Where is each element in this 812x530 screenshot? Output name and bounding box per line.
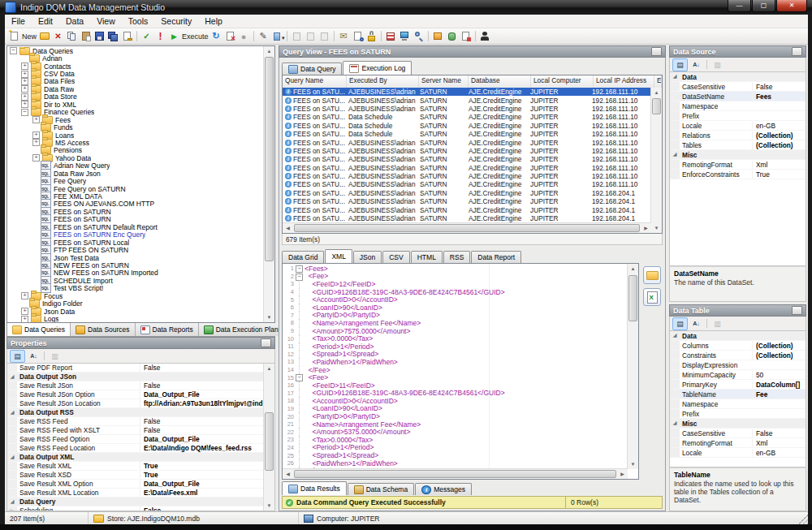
fold-gutter[interactable] [296,265,304,273]
fold-gutter[interactable] [296,288,304,296]
print-preview-button[interactable] [351,29,365,43]
stop-button[interactable] [237,29,251,43]
new-button[interactable]: New [7,29,37,43]
delete-button[interactable] [51,29,65,43]
explorer-tab[interactable]: Data Reports [136,323,199,336]
tree-expander-icon[interactable] [21,56,27,62]
scroll-up-icon[interactable]: ▲ [264,364,274,373]
column-header[interactable]: Local Computer [531,75,594,88]
property-row[interactable]: Misc [670,419,806,429]
tree-expander-icon[interactable] [32,262,38,268]
property-row[interactable]: Save Result XSD True [7,471,264,480]
property-value[interactable]: E:\Data\Indigo DQM\fees_feed.rss [140,444,264,452]
property-row[interactable]: Relations (Collection) [670,131,806,140]
log-vertical-scrollbar[interactable]: ▲ ▼ [650,88,662,233]
maximize-button[interactable]: ▢ [752,0,775,12]
property-row[interactable]: DataSetName Fees [670,92,806,101]
fold-gutter[interactable] [296,373,304,381]
fold-gutter[interactable] [296,436,304,444]
property-row[interactable]: Data Output XML [7,453,264,462]
tree-expander-icon[interactable] [32,248,38,253]
fold-gutter[interactable] [296,273,304,281]
tree-item[interactable]: Contacts [7,62,263,70]
tree-expander-icon[interactable] [21,301,27,307]
log-row[interactable]: FEES on SATU... AJEBUSINESS\adrian SATUR… [283,172,651,180]
paste-disabled-button[interactable] [317,29,331,43]
property-value[interactable]: ftp://Adrian:A9Tu3un18ltYlmjpv!@indigodq… [140,399,264,407]
fold-gutter[interactable] [296,397,304,405]
property-row[interactable]: MinimumCapacity 50 [670,370,806,380]
tree-expander-icon[interactable] [21,308,28,315]
property-row[interactable]: CaseSensitive False [670,82,806,92]
tree-expander-icon[interactable] [32,139,40,146]
log-row[interactable]: FEES on SATU... Data Schedule SATURN AJE… [283,130,651,138]
property-value[interactable]: False [752,83,806,91]
log-row[interactable]: FEES on SATU... AJEBUSINESS\adrian SATUR… [283,214,651,222]
schedule-button[interactable] [384,29,398,43]
property-value[interactable]: False [140,364,264,372]
property-row[interactable]: Tables (Collection) [670,140,806,150]
debug-button[interactable] [153,29,167,43]
result-format-tab[interactable]: JSon [353,251,382,263]
fold-gutter[interactable] [296,366,304,374]
tree-expander-icon[interactable] [32,201,38,207]
edit-query-button[interactable] [257,29,270,43]
column-header[interactable]: Executed By [347,75,419,88]
pin-icon[interactable] [261,338,271,347]
tree-item[interactable]: Data Queries [7,47,263,54]
property-row[interactable]: Save Result JSon Location ftp://Adrian:A… [7,399,264,408]
fold-gutter[interactable] [296,295,304,304]
tree-expander-icon[interactable] [32,154,40,162]
property-value[interactable]: DataColumn[] [752,381,806,389]
fold-gutter[interactable] [296,343,304,351]
property-row[interactable]: Locale en-GB [670,448,806,458]
categorized-view-button[interactable]: ▤ [10,350,25,363]
fold-gutter[interactable] [296,412,304,420]
tree-expander-icon[interactable] [21,101,28,108]
log-row[interactable]: FEES on SATU... AJEBUSINESS\adrian SATUR… [283,180,651,188]
property-value[interactable]: Data_Output_File [140,390,264,399]
tree-expander-icon[interactable] [10,47,17,54]
scrollbar-thumb[interactable] [265,412,274,471]
tree-item[interactable]: Json Data [7,308,263,315]
result-bottom-tab[interactable]: Data Results [282,481,347,495]
scroll-down-icon[interactable]: ▼ [264,501,274,511]
property-row[interactable]: Data [670,72,806,82]
tree-item[interactable]: Data Raw [7,85,263,93]
fold-gutter[interactable] [296,334,304,343]
tree-expander-icon[interactable] [32,270,38,276]
export-xml-button[interactable] [643,288,661,306]
save-all-button[interactable] [106,29,120,43]
pin-icon[interactable] [792,47,802,56]
copy-disabled-button[interactable] [304,29,317,43]
pin-icon[interactable] [792,306,802,315]
log-row[interactable]: FEES on SATU... Data Schedule SATURN AJE… [283,122,651,130]
fold-gutter[interactable] [296,280,304,288]
property-pages-button[interactable]: ▥ [710,58,725,71]
validate-button[interactable] [140,29,153,43]
cancel-query-button[interactable] [223,29,237,43]
fold-gutter[interactable] [296,428,304,436]
tree-expander-icon[interactable] [21,62,28,70]
fold-gutter[interactable] [296,381,304,390]
copy-button[interactable] [65,29,79,43]
scroll-up-icon[interactable]: ▲ [264,46,274,56]
tree-expander-icon[interactable] [32,116,40,123]
property-value[interactable]: False [140,381,264,390]
menu-item[interactable]: Edit [32,16,59,26]
tree-expander-icon[interactable] [32,224,38,230]
alphabetical-sort-button[interactable]: A↓ [689,317,704,330]
fold-gutter[interactable] [296,327,304,335]
scrollbar-thumb[interactable] [628,275,637,321]
property-row[interactable]: Save RSS Feed Option Data_Output_File [7,435,264,444]
result-format-tab[interactable]: Data Report [471,251,521,263]
alphabetical-sort-button[interactable]: A↓ [689,58,704,71]
column-header[interactable]: Execution Time [654,75,662,88]
tree-expander-icon[interactable] [32,163,38,169]
cut-disabled-button[interactable] [290,29,304,43]
minimize-button[interactable]: — [728,0,751,12]
tree-expander-icon[interactable] [32,278,38,283]
property-row[interactable]: Save RSS Feed Location E:\Data\Indigo DQ… [7,444,264,453]
tree-expander-icon[interactable] [32,255,38,261]
log-row[interactable]: FEES on SATU... AJEBUSINESS\adrian SATUR… [283,155,651,163]
